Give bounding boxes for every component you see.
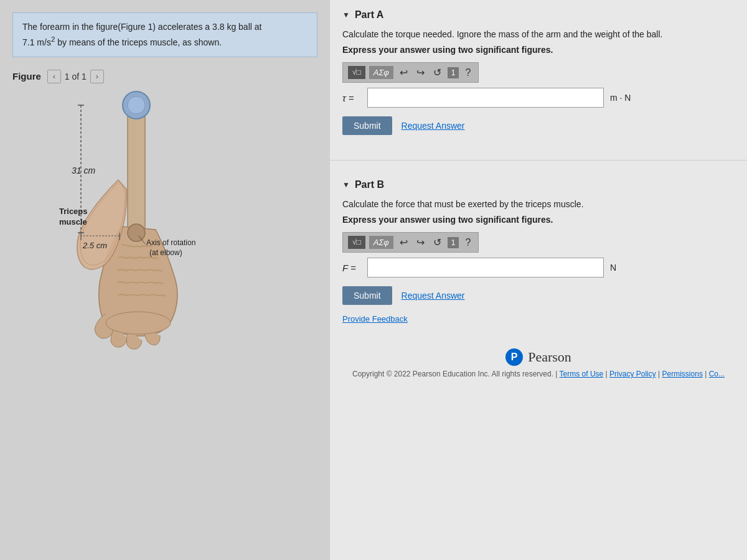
pearson-p-icon: P (505, 348, 523, 366)
part-a-header[interactable]: ▼ Part A (342, 9, 728, 21)
svg-point-4 (106, 312, 171, 334)
part-b-instruction: Express your answer using two significan… (342, 215, 728, 225)
problem-box: The forearm in the figure(Figure 1) acce… (12, 12, 317, 57)
part-b-sqrt-btn[interactable]: √□ (348, 236, 365, 249)
part-b-undo-btn[interactable]: ↩ (397, 235, 410, 250)
part-b-request-answer-button[interactable]: Request Answer (402, 291, 465, 301)
part-a-instruction: Express your answer using two significan… (342, 45, 728, 55)
figure-image: 31 cm 2.5 cm Axis of rotation (at elbow)… (25, 90, 261, 351)
part-a-section: ▼ Part A Calculate the torque needed. Ig… (330, 0, 747, 157)
part-b-help-btn[interactable]: ? (463, 236, 473, 250)
problem-text: The forearm in the figure(Figure 1) acce… (22, 22, 261, 47)
copyright-text: Copyright © 2022 Pearson Education Inc. … (330, 370, 747, 378)
copyright-notice: Copyright © 2022 Pearson Education Inc. … (352, 370, 557, 378)
figure-label: Figure (12, 71, 41, 82)
left-panel: The forearm in the figure(Figure 1) acce… (0, 0, 330, 560)
figure-area: Figure ‹ 1 of 1 › (12, 70, 317, 560)
part-a-undo-btn[interactable]: ↩ (397, 65, 410, 80)
part-a-title: Part A (355, 9, 384, 21)
pearson-logo: P Pearson (330, 348, 747, 366)
svg-text:muscle: muscle (59, 217, 87, 226)
part-b-math-toolbar: √□ AΣφ ↩ ↪ ↺ 1 ? (342, 232, 479, 253)
part-a-math-toolbar: √□ AΣφ ↩ ↪ ↺ 1 ? (342, 62, 479, 83)
pearson-brand-text: Pearson (528, 349, 571, 365)
right-panel: ▼ Part A Calculate the torque needed. Ig… (330, 0, 747, 560)
terms-of-use-link[interactable]: Terms of Use (560, 370, 604, 378)
part-a-answer-label: τ = (342, 93, 361, 103)
part-a-refresh-btn[interactable]: ↺ (431, 65, 444, 80)
part-a-description: Calculate the torque needed. Ignore the … (342, 28, 728, 41)
part-b-action-row: Submit Request Answer (342, 286, 728, 305)
part-b-counter: 1 (448, 237, 459, 248)
part-a-request-answer-button[interactable]: Request Answer (402, 121, 465, 131)
part-a-answer-input[interactable] (367, 88, 604, 108)
contact-link[interactable]: Co... (709, 370, 725, 378)
privacy-policy-link[interactable]: Privacy Policy (609, 370, 656, 378)
svg-point-5 (128, 224, 145, 241)
figure-next-button[interactable]: › (90, 70, 104, 83)
figure-page: 1 of 1 (65, 72, 87, 82)
part-b-answer-label: F = (342, 263, 361, 273)
svg-text:(at elbow): (at elbow) (149, 248, 182, 257)
part-b-collapse-icon: ▼ (342, 180, 350, 189)
part-a-submit-button[interactable]: Submit (342, 116, 392, 135)
part-b-description: Calculate the force that must be exerted… (342, 198, 728, 211)
part-a-action-row: Submit Request Answer (342, 116, 728, 135)
part-b-submit-button[interactable]: Submit (342, 286, 392, 305)
part-a-collapse-icon: ▼ (342, 11, 350, 19)
part-b-answer-row: F = N (342, 258, 728, 278)
part-b-sigma-btn[interactable]: AΣφ (369, 236, 393, 249)
figure-header: Figure ‹ 1 of 1 › (12, 70, 104, 83)
part-b-header[interactable]: ▼ Part B (342, 179, 728, 190)
part-a-help-btn[interactable]: ? (463, 66, 473, 80)
part-a-counter: 1 (448, 67, 459, 78)
part-a-redo-btn[interactable]: ↪ (414, 65, 427, 80)
svg-rect-1 (128, 108, 145, 233)
figure-nav: ‹ 1 of 1 › (47, 70, 104, 83)
part-b-section: ▼ Part B Calculate the force that must b… (330, 170, 747, 342)
figure-prev-button[interactable]: ‹ (47, 70, 61, 83)
provide-feedback-button[interactable]: Provide Feedback (342, 314, 408, 324)
part-divider (330, 160, 747, 161)
svg-text:Axis of rotation: Axis of rotation (146, 238, 195, 247)
part-b-answer-input[interactable] (367, 258, 604, 278)
part-a-answer-unit: m · N (610, 93, 635, 103)
part-b-redo-btn[interactable]: ↪ (414, 235, 427, 250)
svg-text:Triceps: Triceps (59, 207, 88, 216)
part-a-answer-row: τ = m · N (342, 88, 728, 108)
part-b-answer-unit: N (610, 263, 635, 273)
svg-text:31 cm: 31 cm (72, 166, 95, 175)
svg-point-3 (128, 96, 145, 114)
part-b-title: Part B (355, 179, 384, 190)
footer: P Pearson Copyright © 2022 Pearson Educa… (330, 342, 747, 391)
part-a-sqrt-btn[interactable]: √□ (348, 66, 365, 79)
permissions-link[interactable]: Permissions (662, 370, 703, 378)
part-a-sigma-btn[interactable]: AΣφ (369, 66, 393, 79)
svg-text:2.5 cm: 2.5 cm (82, 241, 107, 250)
part-b-refresh-btn[interactable]: ↺ (431, 235, 444, 250)
